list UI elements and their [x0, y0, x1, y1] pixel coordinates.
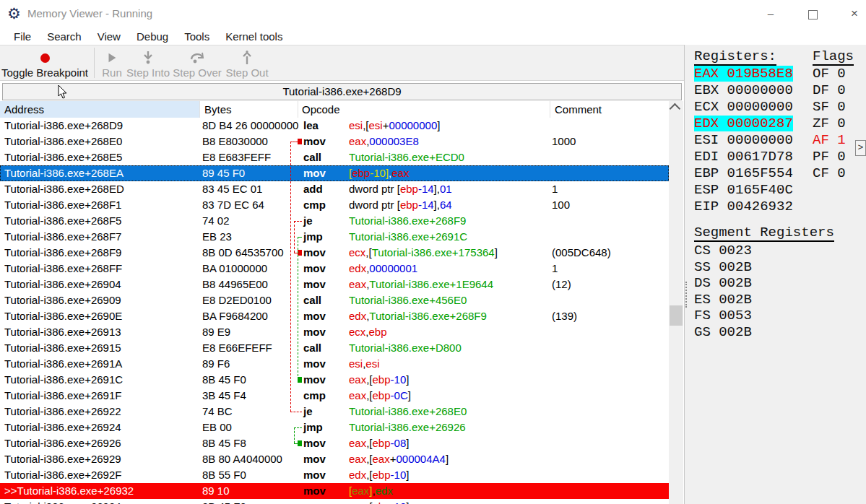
operand-token: ebp [369, 326, 387, 338]
register-eip[interactable]: EIP 00426932 [694, 199, 793, 215]
flag-zf[interactable]: ZF 0 [813, 116, 846, 132]
scrollbar-thumb[interactable] [670, 305, 683, 326]
cell: 1000 [552, 134, 576, 149]
jump-line [294, 221, 302, 222]
close-button[interactable]: × [838, 3, 866, 25]
minimize-button[interactable]: – [754, 3, 787, 25]
disasm-row[interactable]: Tutorial-i386.exe+2691389 E9movecx,ebp [0, 324, 669, 340]
menu-file[interactable]: File [6, 30, 39, 43]
disasm-row[interactable]: Tutorial-i386.exe+26924EB 00jmpTutorial-… [0, 420, 669, 435]
step-into-button[interactable]: Step Into [125, 45, 171, 80]
operand-token: 000004A4 [396, 453, 445, 465]
menu-debug[interactable]: Debug [129, 30, 176, 43]
disasm-row[interactable]: Tutorial-i386.exe+2691F3B 45 F4cmpeax,[e… [0, 388, 669, 404]
register-eax[interactable]: EAX 019B58E8 [694, 66, 793, 82]
operand-token: ebp [400, 183, 418, 195]
window-title: Memory Viewer - Running [27, 7, 152, 19]
operand-token: ,[ [366, 453, 372, 465]
segment-fs[interactable]: FS 0053 [694, 308, 752, 324]
segment-cs[interactable]: CS 0023 [694, 243, 752, 259]
flag-of[interactable]: OF 0 [813, 66, 846, 82]
jump-line [294, 221, 295, 253]
cell: BA 01000000 [202, 261, 267, 277]
disasm-row[interactable]: Tutorial-i386.exe+268F98B 0D 64535700mov… [0, 245, 669, 261]
cell: mov [303, 245, 326, 261]
vertical-scrollbar[interactable] [669, 101, 683, 504]
cell: Tutorial-i386.exe+268F5 [4, 213, 121, 229]
step-out-button[interactable]: Step Out [223, 45, 271, 80]
flag-af[interactable]: AF 1 [813, 132, 846, 149]
cell: 8B 0D 64535700 [202, 245, 284, 261]
cell: 89 E9 [202, 324, 230, 340]
segment-registers-title: Segment Registers [694, 225, 834, 241]
cell: Tutorial-i386.exe+26926 [349, 420, 466, 435]
cell: eax,[eax+000004A4] [349, 451, 449, 467]
cell: jmp [303, 420, 323, 435]
menu-tools[interactable]: Tools [176, 30, 217, 43]
cell: [ebp-10],eax [349, 165, 409, 181]
flag-sf[interactable]: SF 0 [813, 99, 846, 116]
disasm-row[interactable]: Tutorial-i386.exe+268ED83 45 EC 01adddwo… [0, 181, 669, 197]
panel-expand-button[interactable]: > [855, 140, 866, 156]
flag-cf[interactable]: CF 0 [813, 165, 846, 182]
disasm-row[interactable]: >>Tutorial-i386.exe+2693289 10mov[eax],e… [0, 483, 669, 499]
register-edx[interactable]: EDX 00000287 [694, 116, 793, 132]
operand-token: dword ptr [ [349, 183, 400, 195]
segment-es[interactable]: ES 002B [694, 292, 752, 308]
operand-token: ,[ [366, 469, 372, 481]
disasm-row[interactable]: Tutorial-i386.exe+268F7EB 23jmpTutorial-… [0, 229, 669, 245]
disasm-row[interactable]: Tutorial-i386.exe+26904B8 44965E00moveax… [0, 277, 669, 292]
operand-token: esi [365, 357, 379, 370]
cell: 1 [552, 181, 558, 197]
disasm-row[interactable]: Tutorial-i386.exe+268F183 7D EC 64cmpdwo… [0, 197, 669, 213]
disasm-row[interactable]: Tutorial-i386.exe+269268B 45 F8moveax,[e… [0, 435, 669, 451]
disasm-row[interactable]: Tutorial-i386.exe+268E0B8 E8030000moveax… [0, 134, 669, 149]
column-header-comment[interactable]: Comment [550, 101, 669, 118]
segment-gs[interactable]: GS 002B [694, 324, 752, 341]
jump-line [298, 377, 302, 383]
cell: 8B 80 A4040000 [202, 451, 282, 467]
operand-token: ebp [373, 389, 391, 401]
disasm-row[interactable]: Tutorial-i386.exe+269298B 80 A4040000mov… [0, 451, 669, 467]
cell: Tutorial-i386.exe+268F7 [4, 229, 121, 245]
operand-token: ] [408, 389, 411, 401]
flag-df[interactable]: DF 0 [813, 82, 846, 99]
flag-pf[interactable]: PF 0 [813, 149, 846, 165]
jump-line [298, 237, 302, 238]
cell: 3B 45 F4 [202, 388, 246, 404]
segment-ss[interactable]: SS 002B [694, 259, 752, 276]
scrollbar-up-button[interactable] [669, 101, 683, 113]
toggle-breakpoint-button[interactable]: Toggle Breakpoint [0, 45, 90, 80]
register-edi[interactable]: EDI 00617D78 [694, 149, 793, 165]
disasm-row[interactable]: Tutorial-i386.exe+268E5E8 E683FEFFcallTu… [0, 149, 669, 165]
operand-token: 000003E8 [369, 135, 418, 147]
column-header-opcode[interactable]: Opcode [298, 101, 550, 118]
menu-view[interactable]: View [90, 30, 129, 43]
column-header-address[interactable]: Address [0, 101, 200, 118]
disasm-row[interactable]: Tutorial-i386.exe+2690EBA F9684200movedx… [0, 308, 669, 324]
disasm-row[interactable]: Tutorial-i386.exe+26909E8 D2ED0100callTu… [0, 292, 669, 308]
disasm-row[interactable]: Tutorial-i386.exe+268FFBA 01000000movedx… [0, 261, 669, 277]
register-ecx[interactable]: ECX 00000000 [694, 99, 793, 116]
register-ebp[interactable]: EBP 0165F554 [694, 165, 793, 182]
register-ebx[interactable]: EBX 00000000 [694, 82, 793, 99]
operand-token: ] [495, 246, 498, 258]
register-esp[interactable]: ESP 0165F40C [694, 182, 793, 199]
disasm-row[interactable]: Tutorial-i386.exe+268F574 02jeTutorial-i… [0, 213, 669, 229]
disasm-row[interactable]: Tutorial-i386.exe+268D98D B4 26 00000000… [0, 118, 669, 134]
disasm-row[interactable]: Tutorial-i386.exe+269348B 45 F0moveax,[e… [0, 499, 669, 504]
menu-search[interactable]: Search [39, 30, 90, 43]
menu-kernel-tools[interactable]: Kernel tools [217, 30, 290, 43]
disasm-row[interactable]: Tutorial-i386.exe+2691A89 F6movesi,esi [0, 356, 669, 372]
disasm-row[interactable]: Tutorial-i386.exe+2692F8B 55 F0movedx,[e… [0, 467, 669, 483]
disasm-row[interactable]: Tutorial-i386.exe+26915E8 E66EFEFFcallTu… [0, 340, 669, 356]
run-button[interactable]: Run [99, 45, 125, 80]
disasm-row[interactable]: Tutorial-i386.exe+268EA89 45 F0mov[ebp-1… [0, 165, 669, 181]
register-esi[interactable]: ESI 00000000 [694, 132, 793, 149]
disasm-row[interactable]: Tutorial-i386.exe+2691C8B 45 F0moveax,[e… [0, 372, 669, 388]
maximize-button[interactable] [796, 3, 829, 25]
disasm-row[interactable]: Tutorial-i386.exe+2692274 BCjeTutorial-i… [0, 404, 669, 420]
column-header-bytes[interactable]: Bytes [200, 101, 298, 118]
segment-ds[interactable]: DS 002B [694, 275, 752, 292]
step-over-button[interactable]: Step Over [171, 45, 223, 80]
